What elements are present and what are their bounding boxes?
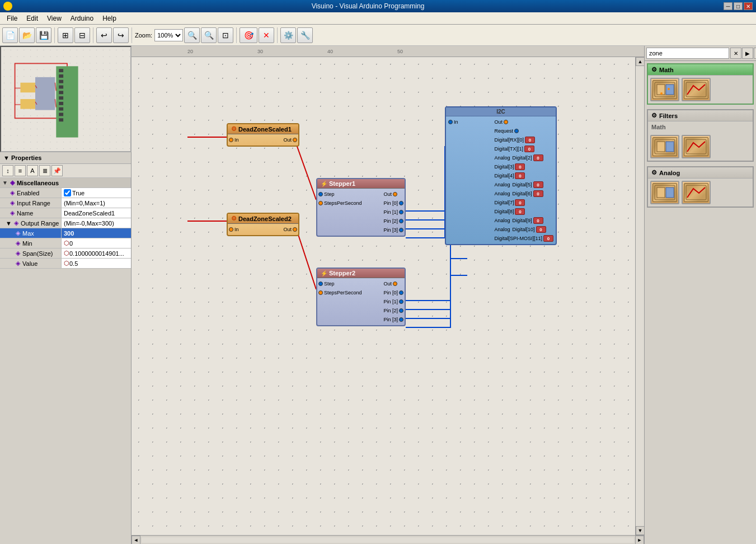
redo-button[interactable]: ↪ — [113, 27, 129, 43]
vscroll-up-button[interactable]: ▲ — [636, 57, 644, 66]
analog-component-1[interactable] — [650, 181, 679, 204]
deadzone1-out-port[interactable]: Out — [283, 135, 297, 144]
i2c-digital5-btn[interactable]: 0 — [533, 181, 543, 188]
menu-file[interactable]: File — [2, 13, 22, 24]
deadzone1-in-port[interactable]: In — [229, 135, 239, 144]
search-back-button[interactable]: ◀ — [754, 48, 756, 59]
deadzone2-in-dot[interactable] — [229, 227, 233, 232]
i2c-digital3-row[interactable]: Digital[3] 0 — [493, 162, 555, 171]
i2c-digital4-row[interactable]: Digital[4] 0 — [493, 171, 555, 180]
filter-component-1[interactable] — [650, 135, 679, 158]
deadzone1-out-dot[interactable] — [293, 138, 297, 142]
new-button[interactable]: 📄 — [2, 27, 18, 43]
minimize-button[interactable]: ─ — [724, 2, 732, 10]
i2c-in-dot[interactable] — [448, 120, 453, 124]
menu-help[interactable]: Help — [98, 13, 121, 24]
deadzone2-out-port[interactable]: Out — [283, 225, 297, 234]
i2c-out-row[interactable]: Out — [493, 118, 555, 126]
i2c-digital6-row[interactable]: Analog Digital[6] 0 — [493, 189, 555, 198]
deadzone1-in-dot[interactable] — [229, 138, 233, 142]
search-go-button[interactable]: ▶ — [742, 48, 753, 59]
grid2-button[interactable]: ⊟ — [74, 27, 90, 43]
i2c-digital7-btn[interactable]: 0 — [515, 199, 525, 206]
settings-button[interactable]: 🔧 — [297, 27, 313, 43]
i2c-digital11-row[interactable]: Digital[SPI-MOSI][11] 0 — [493, 234, 555, 243]
deadzone1-node[interactable]: ⚙ DeadZoneScaled1 In — [227, 123, 299, 147]
stepper2-pin0-dot[interactable] — [399, 290, 403, 295]
menu-view[interactable]: View — [43, 13, 66, 24]
hscroll-right-button[interactable]: ► — [635, 536, 644, 545]
grid-button[interactable]: ⊞ — [58, 27, 73, 43]
filters-group-header[interactable]: ⚙ Filters — [648, 110, 753, 121]
stepper1-pin0-dot[interactable] — [399, 201, 403, 205]
zoom-fit-button[interactable]: ⊡ — [218, 27, 233, 43]
math-group-header[interactable]: ⚙ Math — [648, 64, 753, 76]
i2c-digital5-row[interactable]: Analog Digital[5] 0 — [493, 180, 555, 189]
stepper2-pin2-dot[interactable] — [399, 308, 403, 313]
upload-button[interactable]: 🎯 — [240, 27, 257, 43]
props-categorize-button[interactable]: ≡ — [15, 165, 26, 176]
stepper2-out-port[interactable]: Out — [383, 279, 403, 288]
stepper2-step-dot[interactable] — [318, 282, 323, 286]
deadzone2-node[interactable]: ⚙ DeadZoneScaled2 In — [227, 213, 299, 236]
stepper1-sps-dot[interactable] — [318, 201, 323, 205]
stepper2-sps-dot[interactable] — [318, 290, 323, 295]
stepper2-pin3-dot[interactable] — [399, 317, 403, 322]
i2c-digital10-row[interactable]: Analog Digital[10] 0 — [493, 225, 555, 234]
props-row-max[interactable]: ◈ Max 300 — [0, 228, 131, 238]
zoom-select[interactable]: 100% 50% 75% 125% 150% 200% — [154, 29, 183, 41]
zoom-in-button[interactable]: 🔍 — [184, 27, 200, 43]
i2c-digital8-row[interactable]: Digital[8] 0 — [493, 207, 555, 216]
search-clear-button[interactable]: ✕ — [730, 48, 741, 59]
stepper1-step-port[interactable]: Step — [318, 190, 362, 199]
i2c-digital10-btn[interactable]: 0 — [536, 226, 546, 233]
undo-button[interactable]: ↩ — [96, 27, 112, 43]
enabled-checkbox[interactable] — [64, 189, 71, 196]
filter-component-2[interactable] — [682, 135, 711, 158]
i2c-digital-rx-row[interactable]: Digital[RX][0] 0 — [493, 135, 555, 144]
i2c-digital2-btn[interactable]: 0 — [533, 154, 543, 161]
stepper1-pin1-port[interactable]: Pin [1] — [383, 208, 403, 217]
canvas[interactable]: ⚙ DeadZoneScaled1 In — [132, 57, 644, 535]
save-button[interactable]: 💾 — [36, 27, 51, 43]
stepper2-pin2-port[interactable]: Pin [2] — [383, 306, 403, 315]
i2c-request-dot[interactable] — [514, 129, 519, 133]
stepper2-step-port[interactable]: Step — [318, 279, 362, 288]
i2c-digital-rx-btn[interactable]: 0 — [525, 137, 535, 143]
i2c-digital7-row[interactable]: Digital[7] 0 — [493, 198, 555, 207]
i2c-digital9-row[interactable]: Analog Digital[9] 0 — [493, 216, 555, 225]
stepper2-sps-port[interactable]: StepsPerSecond — [318, 288, 362, 297]
i2c-digital4-btn[interactable]: 0 — [515, 172, 525, 179]
props-alpha-button[interactable]: A — [27, 165, 38, 176]
analog-group-header[interactable]: ⚙ Analog — [648, 167, 753, 179]
props-expand-or[interactable]: ▼ — [6, 220, 12, 227]
i2c-digital2-row[interactable]: Analog Digital[2] 0 — [493, 153, 555, 162]
stepper1-pin2-port[interactable]: Pin [2] — [383, 217, 403, 226]
analog-component-2[interactable] — [682, 181, 711, 204]
i2c-digital8-btn[interactable]: 0 — [515, 208, 525, 215]
i2c-digital3-btn[interactable]: 0 — [515, 163, 525, 170]
props-sort-button[interactable]: ↕ — [2, 165, 13, 176]
i2c-node[interactable]: I2C In Out — [445, 106, 557, 245]
stepper1-step-dot[interactable] — [318, 192, 323, 196]
i2c-digital6-btn[interactable]: 0 — [533, 190, 543, 197]
stepper2-out-dot[interactable] — [393, 282, 397, 286]
stepper2-node[interactable]: ⚡ Stepper2 Step Step — [316, 268, 406, 326]
menu-edit[interactable]: Edit — [22, 13, 43, 24]
stepper1-sps-port[interactable]: StepsPerSecond — [318, 199, 362, 208]
i2c-out-dot[interactable] — [504, 120, 508, 124]
props-pin-button[interactable]: 📌 — [51, 165, 63, 176]
stop-button[interactable]: ✕ — [259, 27, 274, 43]
hscroll-left-button[interactable]: ◄ — [132, 536, 140, 545]
vscroll-track[interactable] — [636, 66, 644, 526]
deadzone2-out-dot[interactable] — [293, 227, 297, 232]
i2c-in-row[interactable]: In — [447, 118, 459, 126]
stepper2-pin1-port[interactable]: Pin [1] — [383, 297, 403, 306]
stepper2-pin1-dot[interactable] — [399, 299, 403, 304]
stepper1-pin1-dot[interactable] — [399, 210, 403, 214]
stepper2-pin3-port[interactable]: Pin [3] — [383, 315, 403, 324]
zoom-out-button[interactable]: 🔍 — [201, 27, 217, 43]
stepper1-out-port[interactable]: Out — [383, 190, 403, 199]
maximize-button[interactable]: □ — [734, 2, 743, 10]
properties-header[interactable]: ▼ Properties — [0, 152, 131, 164]
